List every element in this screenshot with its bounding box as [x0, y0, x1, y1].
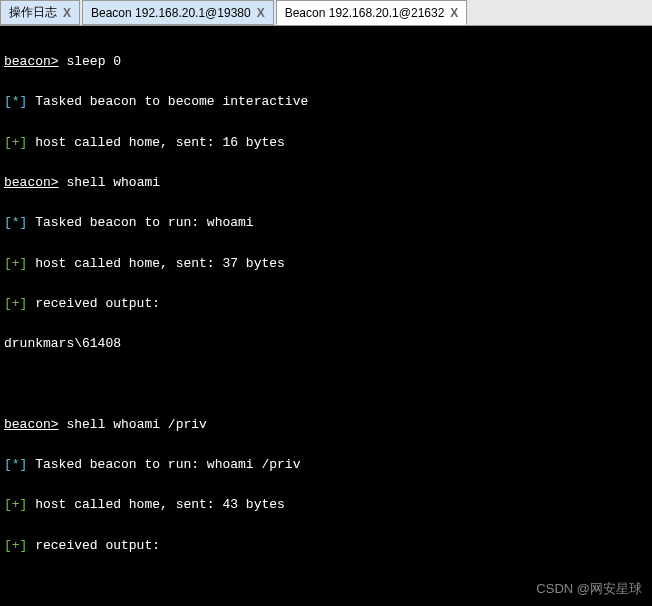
status-prefix: [*] [4, 215, 27, 230]
status-prefix: [+] [4, 497, 27, 512]
tab-label: 操作日志 [9, 4, 57, 21]
status-text: host called home, sent: 16 bytes [27, 135, 284, 150]
status-text: host called home, sent: 37 bytes [27, 256, 284, 271]
status-text: host called home, sent: 43 bytes [27, 497, 284, 512]
status-prefix: [+] [4, 538, 27, 553]
prompt: beacon> [4, 417, 59, 432]
tab-beacon-2[interactable]: Beacon 192.168.20.1@21632 X [276, 0, 468, 25]
status-prefix: [*] [4, 457, 27, 472]
status-text: Tasked beacon to run: whoami [27, 215, 253, 230]
status-text: received output: [27, 296, 160, 311]
command-output: drunkmars\61408 [4, 334, 648, 354]
close-icon[interactable]: X [257, 6, 265, 20]
status-prefix: [+] [4, 296, 27, 311]
watermark: CSDN @网安星球 [536, 580, 642, 598]
tab-label: Beacon 192.168.20.1@21632 [285, 6, 445, 20]
status-prefix: [+] [4, 135, 27, 150]
status-prefix: [*] [4, 94, 27, 109]
status-text: received output: [27, 538, 160, 553]
command: sleep 0 [66, 54, 121, 69]
prompt: beacon> [4, 54, 59, 69]
prompt: beacon> [4, 175, 59, 190]
command: shell whoami [66, 175, 160, 190]
status-text: Tasked beacon to run: whoami /priv [27, 457, 300, 472]
tab-operation-log[interactable]: 操作日志 X [0, 0, 80, 25]
terminal-output[interactable]: beacon> sleep 0 [*] Tasked beacon to bec… [0, 26, 652, 606]
close-icon[interactable]: X [63, 6, 71, 20]
status-text: Tasked beacon to become interactive [27, 94, 308, 109]
tab-beacon-1[interactable]: Beacon 192.168.20.1@19380 X [82, 0, 274, 25]
tab-label: Beacon 192.168.20.1@19380 [91, 6, 251, 20]
command: shell whoami /priv [66, 417, 206, 432]
tab-bar: 操作日志 X Beacon 192.168.20.1@19380 X Beaco… [0, 0, 652, 26]
close-icon[interactable]: X [450, 6, 458, 20]
status-prefix: [+] [4, 256, 27, 271]
